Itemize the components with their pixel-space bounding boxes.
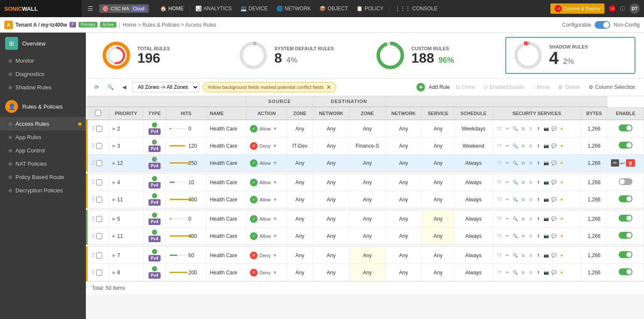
search-small-icon[interactable]: 🔍 [512,252,519,259]
comment-icon[interactable]: 💬 [550,179,557,186]
sidebar-item-decryption-policies[interactable]: Decryption Policies [0,184,86,197]
expand-arrow[interactable]: ▶ [112,216,116,221]
sidebar-item-app-rules[interactable]: App Rules [0,131,86,144]
user-avatar[interactable]: DT [629,3,640,14]
row-checkbox[interactable] [96,126,102,132]
enable-icon-small[interactable]: ⊙ [527,196,534,203]
star-icon[interactable]: ★ [558,269,565,276]
delete-button[interactable]: 🗑 Delete [556,82,583,92]
copy-icon[interactable]: ⧉ [519,233,526,240]
refresh-button[interactable]: ⟳ [92,82,101,92]
search-small-icon[interactable]: 🔍 [512,179,519,186]
nav-home[interactable]: 🏠 HOME [157,4,187,13]
nav-console[interactable]: ⋮⋮⋮ CONSOLE [392,4,441,13]
row-checkbox[interactable] [96,216,102,222]
action-dropdown[interactable]: ▼ [273,160,278,166]
star-icon[interactable]: ★ [558,216,565,222]
star-icon[interactable]: ★ [558,143,565,149]
action-dropdown[interactable]: ▼ [273,179,278,185]
commit-deploy-button[interactable]: 18 Commit & Deploy [550,3,605,14]
shield-icon[interactable]: 🛡 [496,269,503,276]
table-row[interactable]: ⠿ ▶ 4 Pv4 10 Health Care [87,174,644,191]
search-small-icon[interactable]: 🔍 [512,216,519,222]
table-row[interactable]: ⠿ ▶ 11 Pv4 400 Health Care [87,228,644,245]
shield-icon[interactable]: 🛡 [496,125,503,132]
search-small-icon[interactable]: 🔍 [512,125,519,132]
enable-icon-small[interactable]: ⊙ [527,252,534,259]
edit-small-icon[interactable]: ✏ [504,252,511,259]
action-dropdown[interactable]: ▼ [272,143,277,149]
action-dropdown[interactable]: ▼ [272,270,277,276]
row-checkbox[interactable] [96,252,102,258]
search-small-icon[interactable]: 🔍 [512,160,519,167]
row-checkbox[interactable] [96,270,102,276]
select-all-checkbox[interactable] [95,110,101,116]
sidebar-item-nat-policies[interactable]: NAT Policies [0,157,86,170]
enable-icon-small[interactable]: ⊙ [527,125,534,132]
sidebar-item-monitor[interactable]: Monitor [0,54,86,67]
enable-icon-small[interactable]: ⊙ [527,160,534,167]
row-checkbox[interactable] [96,233,102,239]
expand-arrow[interactable]: ▶ [112,180,116,185]
drag-handle[interactable]: ⠿ [91,143,95,149]
camera-icon[interactable]: 📷 [543,196,550,203]
enable-toggle[interactable] [619,195,632,202]
move-up-icon[interactable]: ⬆ [535,160,542,167]
menu-toggle-button[interactable]: ☰ [85,3,96,14]
comment-icon[interactable]: 💬 [550,125,557,132]
nav-policy[interactable]: 📋 POLICY [353,4,387,13]
move-up-icon[interactable]: ⬆ [535,125,542,132]
drag-handle[interactable]: ⠿ [91,252,95,259]
comment-icon[interactable]: 💬 [550,143,557,149]
copy-icon[interactable]: ⧉ [519,179,526,186]
star-icon[interactable]: ★ [558,160,565,167]
edit-small-icon[interactable]: ✏ [504,179,511,186]
expand-arrow[interactable]: ▶ [112,197,116,202]
enable-icon-small[interactable]: ⊙ [527,179,534,186]
copy-icon[interactable]: ⧉ [519,269,526,276]
inline-edit-button[interactable]: ✏ [611,159,619,167]
sidebar-item-access-rules[interactable]: Access Rules [0,117,86,131]
search-small-icon[interactable]: 🔍 [512,143,519,149]
expand-arrow[interactable]: ▶ [112,161,116,165]
drag-handle[interactable]: ⠿ [91,269,95,276]
action-dropdown[interactable]: ▼ [273,216,278,222]
action-dropdown[interactable]: ▼ [273,197,278,203]
expand-arrow[interactable]: ▶ [112,253,116,258]
table-row[interactable]: ⠿ ▶ 11 Pv4 400 Health Care [87,191,644,208]
row-checkbox[interactable] [96,160,102,166]
drag-handle[interactable]: ⠿ [91,196,95,203]
enable-icon-small[interactable]: ⊙ [527,216,534,222]
stat-total-rules[interactable]: TOTAL RULES 196 [94,38,223,73]
alert-close-button[interactable]: ✕ [326,84,331,91]
sidebar-item-overview[interactable]: ⊞ Overview [0,33,86,54]
table-row[interactable]: ⠿ ▶ 5 Pv4 0 Health Care [87,210,644,228]
device-badge[interactable]: 🎯 CSC MA Cloud [99,4,149,13]
stat-system-default[interactable]: SYSTEM DEFAULT RULES 8 4% [231,38,360,73]
move-up-icon[interactable]: ⬆ [535,196,542,203]
action-dropdown[interactable]: ▼ [273,126,278,132]
table-row[interactable]: ⠿ ▶ 12 Pv4 250 Health Care [87,155,644,172]
search-small-icon[interactable]: 🔍 [512,196,519,203]
copy-icon[interactable]: ⧉ [519,252,526,259]
row-checkbox[interactable] [96,179,102,185]
edit-small-icon[interactable]: ✏ [504,269,511,276]
enable-icon-small[interactable]: ⊙ [527,233,534,240]
drag-handle[interactable]: ⠿ [91,179,95,186]
enable-toggle[interactable] [619,215,632,222]
sidebar-item-diagnostics[interactable]: Diagnostics [0,67,86,81]
table-row[interactable]: ⠿ ▶ 3 Pv4 120 Health Care [87,137,644,155]
comment-icon[interactable]: 💬 [550,269,557,276]
zone-filter[interactable]: All Zones -> All Zones [132,82,199,92]
enable-toggle[interactable] [619,251,632,258]
move-button[interactable]: ↕ Move [530,82,552,92]
star-icon[interactable]: ★ [558,125,565,132]
camera-icon[interactable]: 📷 [543,125,550,132]
stat-shadow-rules[interactable]: SHADOW RULES 4 2% [505,37,635,74]
edit-small-icon[interactable]: ✏ [504,125,511,132]
nav-device[interactable]: 💻 DEVICE [237,4,271,13]
drag-handle[interactable]: ⠿ [91,160,95,167]
nav-analytics[interactable]: 📊 ANALYTICS [192,4,235,13]
enable-toggle[interactable] [619,142,632,149]
copy-icon[interactable]: ⧉ [519,143,526,149]
